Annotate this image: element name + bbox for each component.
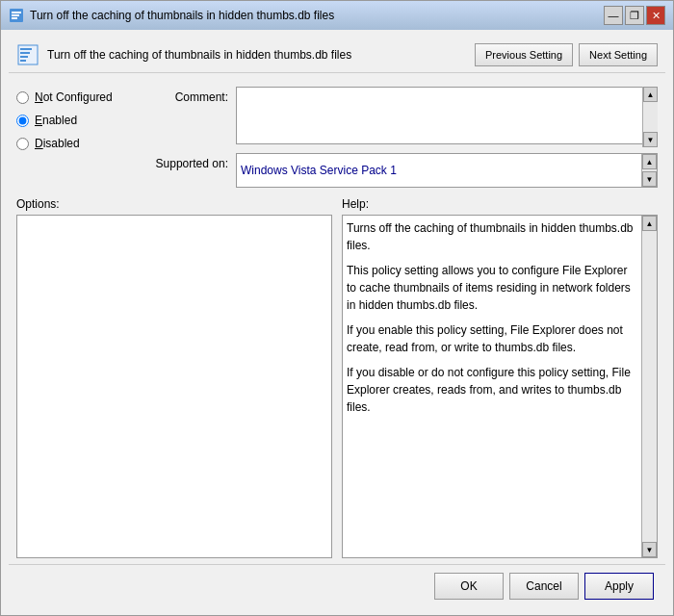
enabled-option[interactable]: Enabled	[16, 114, 142, 127]
radio-column: Not Configured Enabled Disabled	[16, 87, 142, 188]
options-help-section: Options: Help: Turns off the caching of …	[9, 197, 665, 558]
ok-button[interactable]: OK	[434, 573, 504, 600]
help-scroll-track	[642, 231, 657, 542]
options-column: Options:	[16, 197, 332, 558]
help-scrollbar: ▲ ▼	[641, 216, 657, 557]
window-icon	[9, 8, 24, 23]
svg-rect-3	[12, 17, 17, 19]
svg-rect-8	[20, 60, 26, 62]
header-title: Turn off the caching of thumbnails in hi…	[47, 48, 351, 62]
disabled-label: Disabled	[35, 137, 80, 150]
restore-button[interactable]: ❐	[625, 6, 644, 25]
comment-section: Comment: ▲ ▼ Supported on: Windows Vista…	[151, 87, 658, 188]
svg-rect-6	[20, 52, 30, 54]
supported-scroll-down[interactable]: ▼	[642, 171, 657, 187]
help-scroll-down[interactable]: ▼	[642, 542, 657, 557]
main-window: Turn off the caching of thumbnails in hi…	[0, 0, 674, 616]
svg-rect-2	[12, 14, 19, 16]
minimize-button[interactable]: —	[604, 6, 623, 25]
help-text: Turns off the caching of thumbnails in h…	[347, 219, 653, 416]
help-scroll-up[interactable]: ▲	[642, 216, 657, 231]
comment-scrollbar: ▲ ▼	[642, 87, 658, 147]
supported-scroll-up[interactable]: ▲	[642, 154, 657, 169]
supported-value: Windows Vista Service Pack 1	[241, 164, 397, 177]
supported-label: Supported on:	[151, 153, 228, 170]
apply-button[interactable]: Apply	[584, 573, 654, 600]
close-button[interactable]: ✕	[646, 6, 665, 25]
enabled-label: Enabled	[35, 114, 77, 127]
comment-scroll-down[interactable]: ▼	[643, 132, 658, 147]
help-paragraph: This policy setting allows you to config…	[347, 262, 637, 314]
title-bar-left: Turn off the caching of thumbnails in hi…	[9, 8, 334, 23]
window-content: Turn off the caching of thumbnails in hi…	[1, 30, 673, 615]
header-section: Turn off the caching of thumbnails in hi…	[9, 38, 665, 73]
header-left: Turn off the caching of thumbnails in hi…	[16, 43, 351, 66]
svg-rect-1	[12, 12, 21, 13]
next-setting-button[interactable]: Next Setting	[579, 43, 658, 66]
options-header: Options:	[16, 197, 332, 211]
not-configured-radio[interactable]	[16, 91, 29, 104]
comment-textarea[interactable]	[236, 87, 658, 144]
footer: OK Cancel Apply	[9, 564, 665, 607]
not-configured-option[interactable]: Not Configured	[16, 90, 142, 104]
help-column: Help: Turns off the caching of thumbnail…	[342, 197, 658, 558]
previous-setting-button[interactable]: Previous Setting	[475, 43, 573, 66]
disabled-option[interactable]: Disabled	[16, 137, 142, 150]
comment-label: Comment:	[151, 87, 228, 104]
options-box	[16, 215, 332, 558]
title-bar-controls: — ❐ ✕	[604, 6, 665, 25]
help-paragraph: If you disable or do not configure this …	[347, 364, 637, 416]
help-box: Turns off the caching of thumbnails in h…	[342, 215, 658, 558]
middle-section: Not Configured Enabled Disabled Comment:	[9, 83, 665, 192]
svg-rect-5	[20, 48, 32, 50]
supported-wrapper: Windows Vista Service Pack 1 ▲ ▼	[236, 153, 658, 188]
supported-scrollbar: ▲ ▼	[641, 154, 657, 187]
header-buttons: Previous Setting Next Setting	[475, 43, 658, 66]
supported-row: Supported on: Windows Vista Service Pack…	[151, 153, 658, 188]
comment-row: Comment: ▲ ▼	[151, 87, 658, 147]
help-paragraph: If you enable this policy setting, File …	[347, 321, 637, 356]
window-title: Turn off the caching of thumbnails in hi…	[30, 9, 334, 22]
enabled-radio[interactable]	[16, 115, 29, 127]
comment-scroll-track	[643, 102, 658, 132]
comment-scroll-up[interactable]: ▲	[643, 87, 658, 102]
cancel-button[interactable]: Cancel	[509, 573, 579, 600]
not-configured-label: Not Configured	[35, 90, 113, 104]
comment-textarea-wrapper: ▲ ▼	[236, 87, 658, 147]
disabled-radio[interactable]	[16, 138, 29, 150]
help-paragraph: Turns off the caching of thumbnails in h…	[347, 219, 637, 254]
title-bar: Turn off the caching of thumbnails in hi…	[1, 1, 673, 30]
help-header: Help:	[342, 197, 658, 211]
svg-rect-7	[20, 56, 28, 58]
header-policy-icon	[16, 43, 39, 66]
